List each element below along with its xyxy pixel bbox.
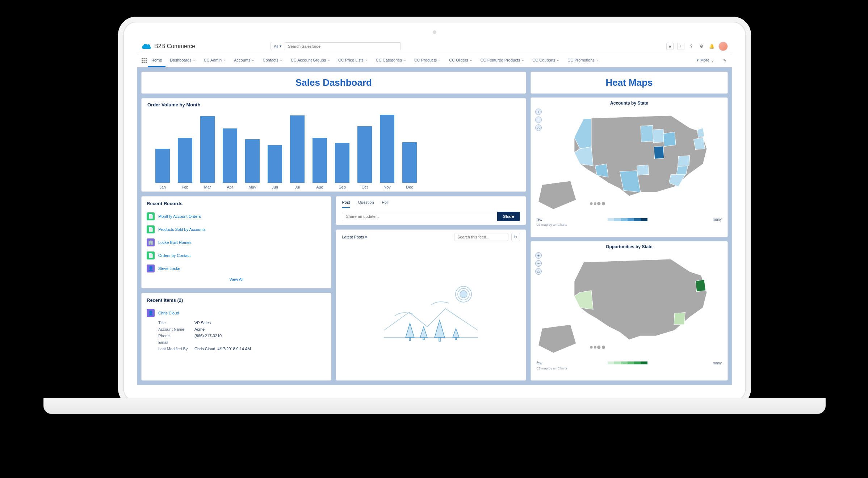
nav-cc-account-groups[interactable]: CC Account Groups⌄ (287, 54, 334, 67)
nav-home[interactable]: Home (148, 54, 165, 67)
bar-Jun (268, 145, 282, 183)
svg-rect-12 (409, 338, 411, 340)
detail-label: Title (158, 321, 194, 325)
nav-cc-price-lists[interactable]: CC Price Lists⌄ (335, 54, 372, 67)
add-icon[interactable]: ＋ (677, 43, 684, 50)
nav-cc-categories[interactable]: CC Categories⌄ (372, 54, 410, 67)
order-volume-chart-card: Order Volume by Month JanFebMarAprMayJun… (141, 98, 526, 192)
recent-record-link[interactable]: Orders by Contact (158, 253, 190, 258)
xaxis-label: Jun (268, 185, 282, 189)
bar-May (245, 139, 260, 183)
nav-cc-promotions[interactable]: CC Promotions⌄ (564, 54, 603, 67)
help-icon[interactable]: ? (688, 43, 695, 50)
recent-items-panel: Recent Items (2) 👤 Chris Cloud TitleVP S… (141, 293, 331, 381)
nav-cc-admin[interactable]: CC Admin⌄ (200, 54, 230, 67)
svg-rect-8 (146, 62, 147, 63)
xaxis-label: Feb (178, 185, 192, 189)
nav-cc-products[interactable]: CC Products⌄ (411, 54, 445, 67)
xaxis-label: Jan (155, 185, 170, 189)
search-input[interactable] (285, 42, 401, 50)
svg-rect-6 (142, 62, 143, 63)
contact-icon: 👤 (147, 265, 155, 272)
setup-gear-icon[interactable]: ⚙ (698, 43, 705, 50)
svg-rect-7 (144, 62, 145, 63)
search-scope-dropdown[interactable]: All▾ (271, 42, 285, 50)
recent-items-title: Recent Items (2) (147, 297, 326, 303)
svg-rect-13 (423, 338, 424, 340)
svg-rect-1 (144, 58, 145, 59)
report-icon: 📄 (147, 212, 155, 220)
recent-record-item[interactable]: 👤Steve Locke (147, 262, 326, 275)
feed-search-input[interactable] (454, 233, 508, 241)
accounts-us-map[interactable] (534, 107, 724, 217)
feed-composer-panel: Post Question Poll Share (336, 196, 526, 225)
map-credit: JS map by amCharts (534, 222, 724, 227)
detail-label: Email (158, 340, 194, 344)
recent-record-link[interactable]: Products Sold by Accounts (158, 227, 206, 232)
view-all-link[interactable]: View All (147, 275, 326, 284)
nav-accounts[interactable]: Accounts⌄ (230, 54, 258, 67)
xaxis-label: Nov (380, 185, 394, 189)
notifications-icon[interactable]: 🔔 (708, 43, 715, 50)
refresh-feed-icon[interactable]: ↻ (511, 233, 520, 241)
svg-rect-15 (455, 338, 457, 340)
recent-record-item[interactable]: 📄Products Sold by Accounts (147, 223, 326, 236)
recent-record-link[interactable]: Monthly Account Orders (158, 214, 201, 219)
share-button[interactable]: Share (497, 212, 520, 221)
nav-cc-orders[interactable]: CC Orders⌄ (445, 54, 476, 67)
svg-point-21 (594, 346, 596, 348)
detail-value: (866) 217-3210 (194, 334, 222, 338)
global-search: All▾ (271, 42, 401, 50)
recent-record-link[interactable]: Steve Locke (158, 266, 180, 271)
latest-posts-dropdown[interactable]: Latest Posts ▾ (342, 235, 367, 240)
map2-zoom-out-icon[interactable]: − (535, 260, 542, 267)
svg-point-23 (601, 345, 605, 349)
map2-home-icon[interactable]: ⌂ (535, 268, 542, 275)
nav-cc-coupons[interactable]: CC Coupons⌄ (529, 54, 563, 67)
recent-record-item[interactable]: 📄Orders by Contact (147, 249, 326, 262)
favorites-icon[interactable]: ★ (666, 43, 674, 50)
opportunities-us-map[interactable] (534, 251, 724, 360)
account-icon: 🏢 (147, 238, 155, 246)
nav-contacts[interactable]: Contacts⌄ (259, 54, 286, 67)
map-zoom-in-icon[interactable]: + (535, 109, 542, 115)
opps-map-title: Opportunities by State (534, 244, 724, 249)
detail-value: VP Sales (194, 321, 211, 325)
nav-more[interactable]: ▾ More ⌄ (693, 58, 718, 64)
bar-Oct (357, 126, 372, 183)
recent-records-title: Recent Records (147, 201, 326, 206)
feed-tab-post[interactable]: Post (342, 200, 350, 208)
user-avatar[interactable] (718, 42, 728, 51)
feed-panel: Latest Posts ▾ ↻ (336, 229, 526, 381)
nav-edit-icon[interactable]: ✎ (721, 58, 728, 64)
detail-value: Acme (194, 327, 205, 331)
xaxis-label: Oct (357, 185, 372, 189)
nav-dashboards[interactable]: Dashboards⌄ (166, 54, 199, 67)
heat-maps-header: Heat Maps (531, 72, 728, 94)
svg-point-10 (460, 291, 467, 298)
nav-cc-featured-products[interactable]: CC Featured Products⌄ (477, 54, 528, 67)
detail-label: Phone (158, 334, 194, 338)
app-launcher-icon[interactable] (141, 58, 147, 64)
recent-record-link[interactable]: Locke Built Homes (158, 240, 192, 245)
svg-rect-2 (146, 58, 147, 59)
bar-Nov (380, 115, 394, 183)
feed-tab-question[interactable]: Question (358, 200, 374, 208)
detail-row: TitleVP Sales (158, 320, 326, 326)
map-zoom-out-icon[interactable]: − (535, 117, 542, 123)
heat-maps-title: Heat Maps (531, 72, 727, 93)
svg-point-22 (597, 345, 601, 349)
app-name: B2B Commerce (154, 43, 195, 50)
xaxis-label: May (245, 185, 260, 189)
feed-tab-poll[interactable]: Poll (382, 200, 389, 208)
detail-row: Phone(866) 217-3210 (158, 333, 326, 339)
map-home-icon[interactable]: ⌂ (535, 124, 542, 131)
bar-Apr (223, 128, 237, 183)
recent-record-item[interactable]: 🏢Locke Built Homes (147, 236, 326, 249)
bar-Jul (290, 115, 305, 183)
share-update-input[interactable] (342, 212, 497, 221)
recent-record-item[interactable]: 📄Monthly Account Orders (147, 210, 326, 223)
recent-item-link[interactable]: Chris Cloud (158, 311, 179, 315)
map2-zoom-in-icon[interactable]: + (535, 252, 542, 259)
svg-point-17 (594, 202, 596, 205)
